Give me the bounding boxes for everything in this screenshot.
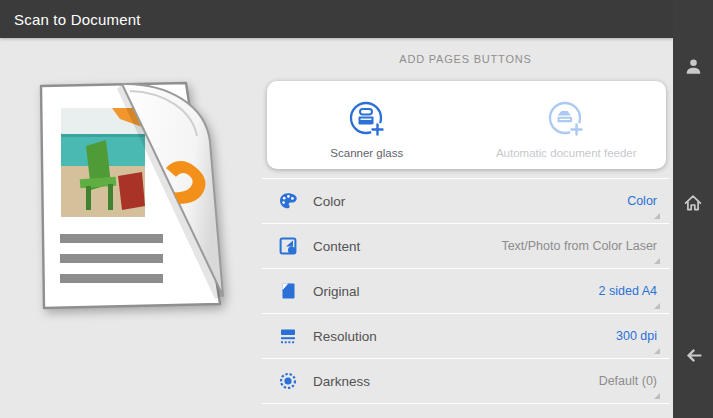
document-preview: 2 [34,78,236,323]
setting-row-darkness[interactable]: Darkness Default (0) [262,359,669,404]
photo-text-icon [278,236,298,256]
setting-row-resolution[interactable]: Resolution 300 dpi [262,314,669,359]
corner-grip-icon [654,213,660,219]
back-arrow-icon [684,346,703,365]
scan-to-document-screen: Scan to Document Send [0,0,713,418]
setting-value: Color [627,194,657,208]
scan-settings-panel: ADD PAGES BUTTONS Scanner glass [262,38,669,404]
content-area: 2 ADD PAGES BUTTONS Scanner glass [0,38,673,418]
sidebar-user-button[interactable] [673,48,713,84]
sidebar-back-button[interactable] [673,337,713,373]
home-icon [683,193,703,213]
navigation-sidebar [673,0,713,418]
scanner-glass-add-icon [344,96,390,142]
automatic-document-feeder-button[interactable]: Automatic document feeder [467,81,667,169]
corner-grip-icon [654,258,660,264]
user-icon [684,57,703,76]
setting-value: 2 sided A4 [599,284,657,298]
setting-value: Text/Photo from Color Laser [501,239,657,253]
scanner-glass-button[interactable]: Scanner glass [267,81,467,169]
corner-grip-icon [654,348,660,354]
setting-label: Darkness [313,374,370,389]
setting-label: Color [313,194,345,209]
corner-grip-icon [654,303,660,309]
top-app-bar: Scan to Document [0,0,673,38]
setting-label: Original [313,284,360,299]
setting-label: Content [313,239,360,254]
corner-grip-icon [654,393,660,399]
setting-value: Default (0) [599,374,657,388]
setting-row-color[interactable]: Color Color [262,178,669,224]
adf-add-icon [543,96,589,142]
settings-list: Color Color Content Text/Photo from Colo… [262,178,669,404]
page-fold-icon [278,281,298,301]
palette-icon [278,191,298,211]
resolution-icon [278,326,298,346]
setting-row-original[interactable]: Original 2 sided A4 [262,269,669,314]
setting-value: 300 dpi [616,329,657,343]
beach-photo [61,108,145,217]
adf-label: Automatic document feeder [496,147,637,159]
scanner-glass-label: Scanner glass [330,147,403,159]
page-title: Scan to Document [0,11,141,28]
darkness-icon [278,371,298,391]
add-pages-header: ADD PAGES BUTTONS [262,53,669,66]
sidebar-home-button[interactable] [673,185,713,221]
setting-row-content[interactable]: Content Text/Photo from Color Laser [262,224,669,269]
setting-label: Resolution [313,329,377,344]
add-pages-card: Scanner glass Automatic document feeder [267,81,666,169]
